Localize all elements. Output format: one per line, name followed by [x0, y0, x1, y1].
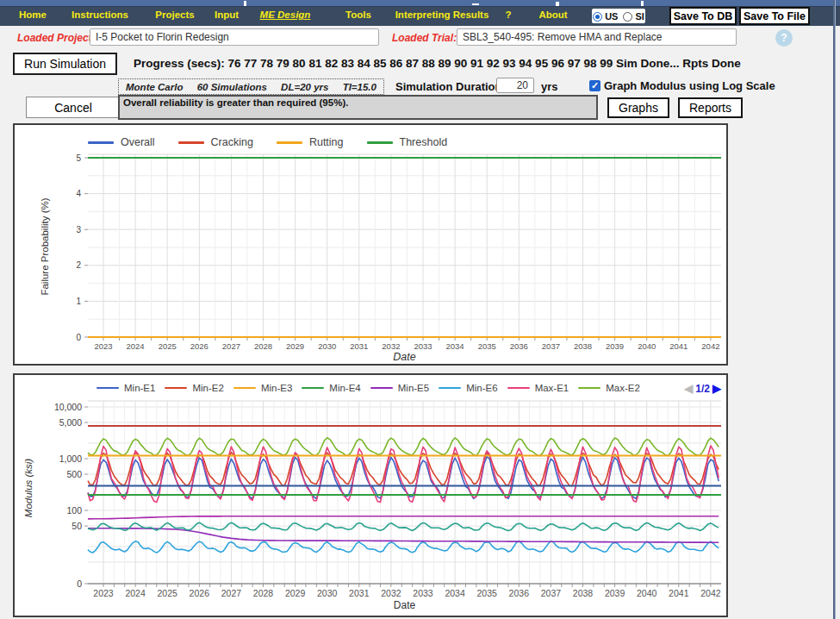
loaded-project-field[interactable]: I-5 Pocket to Florin Redesign: [90, 28, 379, 46]
svg-text:2035: 2035: [477, 588, 498, 598]
svg-text:Date: Date: [394, 599, 416, 611]
legend-next-page-icon[interactable]: ▶: [712, 382, 721, 395]
svg-text:2023: 2023: [93, 588, 114, 598]
monte-carlo-summary: Monte Carlo 60 Simulations DL=20 yrs TI=…: [118, 78, 384, 95]
legend-swatch: [165, 387, 187, 390]
nav-item-me-design[interactable]: ME Design: [260, 9, 311, 20]
svg-text:2040: 2040: [637, 588, 657, 598]
nav-item-input[interactable]: Input: [215, 9, 239, 20]
run-simulation-button[interactable]: Run Simulation: [13, 53, 117, 75]
legend-item-cracking: Cracking: [178, 136, 253, 148]
mc-traffic-index: TI=15.0: [343, 82, 376, 92]
svg-text:2029: 2029: [286, 341, 304, 351]
svg-text:2038: 2038: [574, 341, 592, 351]
svg-text:Date: Date: [393, 351, 415, 363]
failure-chart-ylabel: Failure Probability (%): [40, 197, 50, 295]
loaded-project-label: Loaded Project:: [17, 32, 96, 44]
svg-text:2025: 2025: [158, 588, 178, 598]
log-scale-checkbox-label: Graph Modulus using Log Scale: [604, 79, 775, 92]
failure-chart-legend: OverallCrackingRuttingThreshold: [88, 136, 447, 148]
simulation-duration-input[interactable]: 20: [496, 78, 534, 93]
main-menu-bar: HomeInstructionsProjectsInputME DesignTo…: [0, 6, 840, 26]
svg-text:2033: 2033: [414, 341, 432, 351]
legend-label: Threshold: [400, 136, 448, 148]
title-text-fragment: [472, 3, 479, 5]
svg-text:2: 2: [76, 260, 81, 270]
svg-text:5: 5: [76, 153, 81, 163]
nav-item-?[interactable]: ?: [505, 9, 511, 20]
legend-label: Min-E6: [466, 383, 497, 393]
legend-item-threshold: Threshold: [367, 136, 448, 148]
unit-radio-si[interactable]: SI: [623, 11, 644, 22]
nav-item-projects[interactable]: Projects: [155, 9, 194, 20]
svg-text:50: 50: [72, 521, 82, 531]
legend-item-min-e3: Min-E3: [233, 383, 292, 393]
svg-text:2037: 2037: [541, 588, 562, 598]
svg-text:2028: 2028: [254, 341, 272, 351]
modulus-chart: Min-E1Min-E2Min-E3Min-E4Min-E5Min-E6Max-…: [13, 373, 728, 617]
mc-simulations: 60 Simulations: [197, 82, 267, 92]
unit-us-label: US: [605, 11, 618, 22]
svg-text:2036: 2036: [510, 341, 528, 351]
modulus-chart-plot: 10,0005,0001,000500100500202320242025202…: [15, 375, 726, 616]
nav-item-tools[interactable]: Tools: [345, 9, 371, 20]
svg-text:2032: 2032: [382, 341, 400, 351]
nav-item-interpreting-results[interactable]: Interpreting Results: [395, 9, 489, 20]
log-scale-checkbox[interactable]: ✓: [589, 80, 600, 91]
svg-text:0: 0: [76, 333, 81, 342]
svg-text:2027: 2027: [222, 341, 240, 351]
mc-mode: Monte Carlo: [126, 82, 183, 92]
save-to-file-button[interactable]: Save To File: [739, 7, 810, 25]
svg-text:2025: 2025: [159, 341, 177, 351]
legend-label: Min-E1: [124, 383, 155, 393]
legend-item-overall: Overall: [88, 136, 155, 148]
nav-item-about[interactable]: About: [538, 9, 567, 20]
svg-text:2029: 2029: [285, 588, 306, 598]
window-title-strip: [0, 0, 840, 6]
svg-text:1,000: 1,000: [59, 453, 82, 464]
radio-us-icon[interactable]: [593, 12, 602, 22]
duration-unit-label: yrs: [541, 80, 558, 93]
legend-swatch: [370, 387, 393, 390]
legend-item-min-e6: Min-E6: [439, 383, 497, 393]
cancel-button[interactable]: Cancel: [26, 97, 121, 118]
legend-item-max-e1: Max-E1: [507, 383, 569, 393]
radio-si-icon[interactable]: [623, 12, 632, 22]
svg-text:2032: 2032: [381, 588, 401, 598]
graphs-button[interactable]: Graphs: [607, 97, 669, 118]
svg-text:2041: 2041: [669, 588, 689, 598]
unit-radio-us[interactable]: US: [593, 11, 618, 22]
save-to-db-button[interactable]: Save To DB: [669, 7, 737, 25]
svg-text:2034: 2034: [445, 588, 465, 598]
svg-text:10,000: 10,000: [54, 402, 82, 412]
legend-item-min-e4: Min-E4: [302, 383, 360, 393]
legend-swatch: [96, 387, 119, 390]
legend-prev-page-icon[interactable]: ◀: [684, 382, 693, 395]
svg-text:100: 100: [66, 505, 82, 516]
svg-text:2039: 2039: [606, 341, 624, 351]
svg-text:2028: 2028: [253, 588, 274, 598]
reports-button[interactable]: Reports: [678, 97, 743, 118]
legend-item-max-e2: Max-E2: [578, 383, 640, 393]
svg-text:2027: 2027: [221, 588, 242, 598]
svg-text:2023: 2023: [94, 341, 112, 351]
window-right-edge-highlight: [835, 0, 836, 619]
svg-text:2041: 2041: [669, 341, 688, 351]
loaded-trial-field[interactable]: SBL3_540-495: Remove HMA and Replace: [457, 28, 737, 46]
legend-label: Min-E2: [192, 383, 223, 393]
legend-label: Max-E2: [606, 383, 640, 393]
svg-text:500: 500: [66, 469, 82, 479]
svg-text:2031: 2031: [350, 341, 368, 351]
nav-item-instructions[interactable]: Instructions: [72, 9, 128, 20]
unit-si-label: SI: [636, 11, 644, 22]
failure-probability-chart: OverallCrackingRuttingThreshold Failure …: [13, 123, 728, 366]
nav-item-home[interactable]: Home: [19, 9, 47, 20]
help-icon[interactable]: ?: [775, 29, 793, 47]
svg-text:2024: 2024: [125, 588, 146, 598]
legend-swatch: [233, 387, 256, 390]
legend-label: Min-E5: [398, 383, 429, 393]
legend-swatch: [88, 141, 114, 144]
loaded-trial-label: Loaded Trial:: [392, 32, 457, 44]
legend-label: Min-E3: [261, 383, 292, 393]
svg-text:2037: 2037: [542, 341, 560, 351]
